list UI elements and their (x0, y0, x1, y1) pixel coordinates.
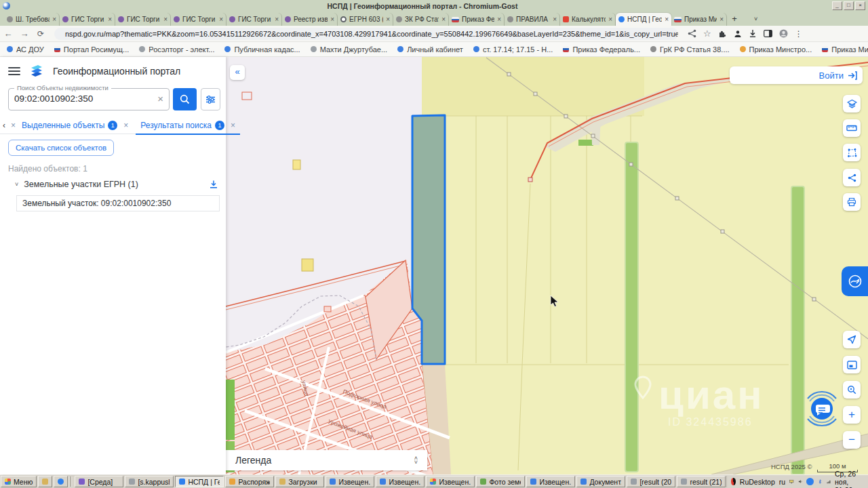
download-group-icon[interactable] (209, 180, 218, 189)
browser-tab[interactable]: Реестр изве (282, 13, 338, 26)
taskbar-window-button[interactable]: Извещен... (326, 476, 374, 487)
browser-tab[interactable]: Ш. Требован (4, 13, 60, 26)
browser-tab[interactable]: ГИС Торги - (171, 13, 226, 26)
tabs-scroll-left-icon[interactable]: ‹ (3, 121, 5, 130)
sidebar-tab[interactable]: Результаты поиска 1 × (134, 117, 241, 134)
new-tab-button[interactable]: + (727, 13, 742, 26)
forward-icon[interactable]: → (16, 28, 33, 39)
taskbar-window-button[interactable]: Извещен... (526, 476, 575, 487)
extension-person-icon[interactable] (734, 30, 742, 38)
search-field[interactable]: Поиск Объекты недвижимости × (8, 88, 170, 110)
browser-launcher-button[interactable] (54, 476, 68, 487)
bookmark-item[interactable]: Приказ Минстро... (740, 45, 812, 54)
tab-close-icon[interactable] (665, 16, 669, 23)
os-menu-button[interactable]: Меню (1, 476, 37, 487)
sidebar-tab-close-icon[interactable]: × (123, 121, 128, 130)
tab-close-icon[interactable] (719, 16, 724, 23)
file-manager-button[interactable] (38, 476, 52, 487)
map-canvas[interactable]: Подгорная улица Урожайная улица улица ци… (226, 57, 868, 474)
legend-expand-icon[interactable]: ˄˅ (414, 456, 418, 464)
bookmark-item[interactable]: ГрК РФ Статья 38.... (650, 45, 730, 54)
login-label[interactable]: Войти (819, 70, 844, 81)
tab-close-icon[interactable] (52, 16, 56, 23)
browser-menu-icon[interactable]: ⋮ (795, 29, 803, 39)
download-icon[interactable] (749, 29, 757, 38)
login-panel[interactable]: Войти (730, 66, 863, 84)
search-filter-button[interactable] (201, 88, 220, 110)
tab-close-icon[interactable] (608, 16, 612, 23)
tab-close-icon[interactable] (219, 16, 223, 23)
bookmark-item[interactable]: ст. 17.14; 17.15 - Н... (473, 45, 553, 54)
my-location-button[interactable] (843, 331, 861, 348)
chromium-tray-icon[interactable] (806, 478, 814, 485)
measure-ruler-button[interactable] (843, 119, 861, 137)
back-icon[interactable]: ← (0, 28, 16, 39)
search-input[interactable] (14, 94, 143, 104)
browser-tab[interactable]: Приказ Фед (449, 13, 505, 26)
taskbar-window-button[interactable]: Фото земе... (476, 476, 525, 487)
sidebar-tab-close-icon[interactable]: × (231, 121, 235, 130)
clipped-tab-close-icon[interactable]: × (11, 121, 16, 130)
bookmark-item[interactable]: Публичная кадас... (224, 45, 300, 54)
bookmark-item[interactable]: Приказ Министе... (822, 45, 868, 54)
overview-map-button[interactable] (843, 356, 861, 373)
polygon-select-button[interactable] (843, 144, 861, 161)
volume-icon[interactable] (798, 478, 802, 485)
tab-close-icon[interactable] (163, 16, 167, 23)
search-button[interactable] (173, 88, 197, 110)
share-icon[interactable] (688, 29, 696, 38)
download-object-list-button[interactable]: Скачать список объектов (8, 140, 114, 156)
browser-tab[interactable]: Калькулято (560, 13, 616, 26)
bookmark-star-icon[interactable]: ☆ (703, 28, 711, 39)
sidebar-collapse-button[interactable]: « (230, 65, 245, 80)
url-bar[interactable]: nspd.gov.ru/map?thematic=PKK&zoom=16.053… (54, 28, 678, 40)
zoom-in-button[interactable]: + (843, 406, 861, 424)
browser-tab[interactable]: ГИС Торги - (115, 13, 171, 26)
tab-close-icon[interactable] (275, 16, 279, 23)
bookmark-item[interactable]: АС ДОУ (7, 45, 44, 54)
maximize-button[interactable]: □ (844, 1, 854, 10)
reload-icon[interactable]: ⟳ (33, 29, 49, 39)
browser-tab[interactable]: Приказ Мин (671, 13, 727, 26)
bookmark-item[interactable]: Личный кабинет (397, 45, 463, 54)
taskbar-window-button[interactable]: Извещен... (376, 476, 425, 487)
taskbar-window-button[interactable]: Распоряж... (225, 476, 274, 487)
bookmark-item[interactable]: Приказ Федераль... (563, 45, 640, 54)
search-on-map-button[interactable] (843, 381, 861, 399)
chevron-down-icon[interactable]: ˅ (15, 181, 18, 188)
taskbar-window-button[interactable]: НСПД | Ге... (175, 476, 224, 487)
browser-tab[interactable]: ПРАВИЛА О (505, 13, 560, 26)
keyboard-layout[interactable]: ru (779, 478, 785, 486)
network-signal-icon[interactable] (827, 478, 831, 485)
tab-close-icon[interactable] (108, 16, 112, 23)
taskbar-window-button[interactable]: result (21).... (677, 476, 726, 487)
print-button[interactable] (843, 193, 861, 211)
zoom-out-button[interactable]: − (843, 431, 861, 449)
layers-button[interactable] (843, 95, 861, 113)
side-panel-icon[interactable] (764, 30, 772, 37)
rudesktop-icon[interactable] (731, 478, 735, 485)
taskbar-window-button[interactable]: [s.kappush... (125, 476, 174, 487)
taskbar-window-button[interactable]: Загрузки (275, 476, 324, 487)
hamburger-menu-icon[interactable] (8, 65, 20, 77)
sketch-panel-tab[interactable] (842, 266, 868, 296)
browser-tab[interactable]: ЕГРН 603 (1) (338, 13, 393, 26)
close-button[interactable]: × (855, 1, 865, 10)
browser-tab[interactable]: ГИС Торги - (226, 13, 282, 26)
profile-avatar[interactable] (779, 29, 788, 38)
bluetooth-icon[interactable] (818, 478, 822, 485)
legend-panel[interactable]: Легенда ˄˅ (226, 450, 427, 470)
egrn-parcels-group[interactable]: ˅ Земельные участки ЕГРН (1) (15, 180, 218, 189)
taskbar-window-button[interactable]: Извещен... (426, 476, 475, 487)
browser-tab[interactable]: ЗК РФ Стать (393, 13, 449, 26)
tab-overflow-icon[interactable]: ˅ (754, 13, 757, 26)
browser-tab[interactable]: НСПД | Геои (616, 13, 671, 26)
parcel-result-item[interactable]: Земельный участок: 09:02:0010902:350 (16, 195, 220, 211)
bookmark-item[interactable]: Росэлторг - элект... (139, 45, 214, 54)
share-map-button[interactable] (843, 169, 861, 186)
extensions-puzzle-icon[interactable] (718, 29, 727, 38)
tab-close-icon[interactable] (330, 16, 334, 23)
clear-search-icon[interactable]: × (157, 93, 163, 104)
tab-close-icon[interactable] (386, 16, 390, 23)
sidebar-tab[interactable]: Выделенные объекты 1 × (16, 117, 134, 134)
